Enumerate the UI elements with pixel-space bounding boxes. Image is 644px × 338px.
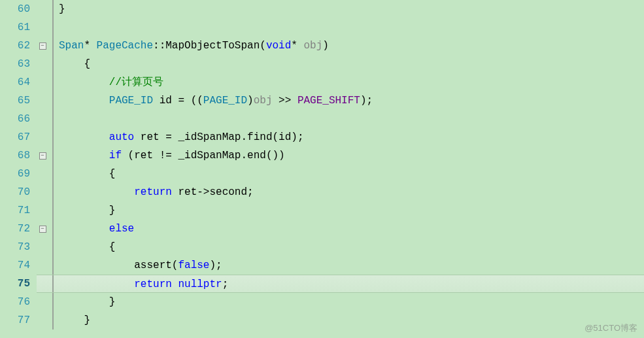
code-text[interactable]: assert(false); (58, 256, 644, 275)
code-line[interactable]: 73 { (0, 238, 644, 256)
code-text[interactable]: { (58, 238, 644, 256)
code-text[interactable]: { (58, 165, 644, 183)
line-number[interactable]: 61 (0, 18, 37, 37)
change-marker (48, 146, 58, 165)
change-marker (48, 238, 58, 256)
code-text[interactable]: auto ret = _idSpanMap.find(id); (58, 128, 644, 146)
code-line[interactable]: 67 auto ret = _idSpanMap.find(id); (0, 128, 644, 146)
fold-gutter[interactable]: − (37, 37, 48, 55)
code-line[interactable]: 70 return ret->second; (0, 183, 644, 201)
code-text[interactable] (58, 110, 644, 128)
code-text[interactable]: { (58, 55, 644, 73)
line-number[interactable]: 66 (0, 110, 37, 128)
code-text[interactable]: if (ret != _idSpanMap.end()) (58, 146, 644, 165)
code-line[interactable]: 60} (0, 0, 644, 18)
fold-gutter (37, 92, 48, 110)
fold-gutter (37, 201, 48, 220)
change-marker (48, 92, 58, 110)
change-marker (48, 73, 58, 92)
code-line[interactable]: 64 //计算页号 (0, 73, 644, 92)
code-line[interactable]: 68− if (ret != _idSpanMap.end()) (0, 146, 644, 165)
fold-gutter (37, 0, 48, 18)
code-text[interactable]: } (58, 293, 644, 311)
change-marker (48, 183, 58, 201)
fold-gutter (37, 165, 48, 183)
change-marker (48, 311, 58, 330)
code-line[interactable]: 62−Span* PageCache::MapObjectToSpan(void… (0, 37, 644, 55)
change-marker (48, 293, 58, 311)
change-marker (48, 201, 58, 220)
code-text[interactable]: return nullptr; (58, 275, 644, 293)
code-line[interactable]: 66 (0, 110, 644, 128)
code-text[interactable]: Span* PageCache::MapObjectToSpan(void* o… (58, 37, 644, 55)
code-line[interactable]: 72− else (0, 220, 644, 238)
fold-gutter (37, 293, 48, 311)
change-marker (48, 0, 58, 18)
code-text[interactable]: return ret->second; (58, 183, 644, 201)
watermark: @51CTO博客 (585, 322, 637, 334)
fold-toggle-icon[interactable]: − (39, 226, 46, 233)
fold-gutter (37, 128, 48, 146)
code-line[interactable]: 76 } (0, 293, 644, 311)
line-number[interactable]: 62 (0, 37, 37, 55)
fold-gutter (37, 55, 48, 73)
line-number[interactable]: 64 (0, 73, 37, 92)
code-line[interactable]: 61 (0, 18, 644, 37)
fold-gutter[interactable]: − (37, 220, 48, 238)
code-editor[interactable]: 60}6162−Span* PageCache::MapObjectToSpan… (0, 0, 644, 338)
code-line[interactable]: 63 { (0, 55, 644, 73)
code-text[interactable]: } (58, 0, 644, 18)
line-number[interactable]: 65 (0, 92, 37, 110)
fold-toggle-icon[interactable]: − (39, 152, 46, 160)
change-marker (48, 18, 58, 37)
change-marker (48, 37, 58, 55)
fold-gutter (37, 183, 48, 201)
line-number[interactable]: 68 (0, 146, 37, 165)
fold-gutter (37, 18, 48, 37)
change-marker (48, 55, 58, 73)
line-number[interactable]: 76 (0, 293, 37, 311)
fold-toggle-icon[interactable]: − (39, 42, 46, 50)
line-number[interactable]: 74 (0, 256, 37, 275)
change-marker (48, 275, 58, 293)
line-number[interactable]: 72 (0, 220, 37, 238)
code-line[interactable]: 75 return nullptr; (0, 275, 644, 293)
line-number[interactable]: 73 (0, 238, 37, 256)
fold-gutter (37, 110, 48, 128)
code-text[interactable] (58, 18, 644, 37)
change-marker (48, 256, 58, 275)
code-text[interactable]: //计算页号 (58, 73, 644, 92)
code-text[interactable]: else (58, 220, 644, 238)
code-text[interactable]: PAGE_ID id = ((PAGE_ID)obj >> PAGE_SHIFT… (58, 92, 644, 110)
line-number[interactable]: 69 (0, 165, 37, 183)
fold-gutter (37, 73, 48, 92)
fold-gutter (37, 238, 48, 256)
fold-gutter (37, 275, 48, 293)
code-text[interactable]: } (58, 201, 644, 220)
line-number[interactable]: 63 (0, 55, 37, 73)
change-marker (48, 220, 58, 238)
line-number[interactable]: 75 (0, 275, 37, 293)
fold-gutter (37, 256, 48, 275)
line-number[interactable]: 77 (0, 311, 37, 330)
fold-gutter[interactable]: − (37, 146, 48, 165)
code-line[interactable]: 71 } (0, 201, 644, 220)
change-marker (48, 110, 58, 128)
line-number[interactable]: 71 (0, 201, 37, 220)
code-line[interactable]: 65 PAGE_ID id = ((PAGE_ID)obj >> PAGE_SH… (0, 92, 644, 110)
change-marker (48, 165, 58, 183)
line-number[interactable]: 60 (0, 0, 37, 18)
code-text[interactable]: } (58, 311, 644, 330)
fold-gutter (37, 311, 48, 330)
line-number[interactable]: 70 (0, 183, 37, 201)
code-line[interactable]: 77 } (0, 311, 644, 330)
code-line[interactable]: 74 assert(false); (0, 256, 644, 275)
change-marker (48, 128, 58, 146)
line-number[interactable]: 67 (0, 128, 37, 146)
code-line[interactable]: 69 { (0, 165, 644, 183)
